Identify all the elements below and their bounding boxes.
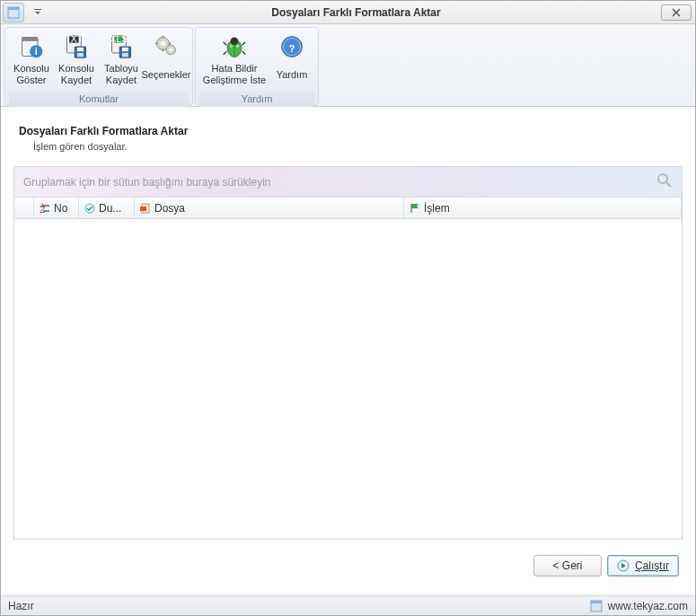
svg-point-22 (170, 48, 173, 52)
ribbon: i KonsoluGöster TXT KonsoluKaydet XLS Ta… (1, 24, 695, 107)
file-icon (140, 203, 151, 214)
chevron-down-icon (34, 9, 41, 16)
window-title: Dosyaları Farklı Formatlara Aktar (51, 6, 661, 19)
bug-icon (220, 32, 249, 61)
ribbon-group-help-items: Hata BildirGeliştirme İste ? Yardım (199, 30, 314, 89)
show-console-label: KonsoluGöster (13, 63, 49, 86)
back-button[interactable]: < Geri (533, 555, 602, 576)
file-grid: Gruplamak için bir sütun başlığını buray… (13, 166, 683, 540)
col-status-label: Du... (99, 202, 121, 215)
col-operation-label: İşlem (424, 202, 450, 215)
svg-text:?: ? (289, 43, 295, 54)
col-no[interactable]: 12 No (34, 198, 79, 218)
globe-icon (590, 600, 603, 612)
report-bug-button[interactable]: Hata BildirGeliştirme İste (199, 30, 269, 89)
title-bar: Dosyaları Farklı Formatlara Aktar (1, 1, 695, 24)
ribbon-group-help-label: Yardım (199, 91, 314, 107)
ribbon-group-commands: i KonsoluGöster TXT KonsoluKaydet XLS Ta… (4, 27, 193, 106)
options-label: Seçenekler (141, 63, 190, 86)
svg-text:2: 2 (40, 203, 46, 214)
svg-rect-12 (77, 53, 84, 57)
help-label: Yardım (277, 63, 308, 86)
status-bar: Hazır www.tekyaz.com (1, 595, 695, 615)
col-selector[interactable] (14, 198, 34, 218)
content-area: Dosyaları Farklı Formatlara Aktar İşlem … (1, 107, 695, 595)
status-text: Hazır (8, 600, 34, 612)
search-icon[interactable] (656, 172, 674, 190)
svg-rect-2 (34, 9, 41, 10)
app-menu-button[interactable] (3, 3, 24, 22)
group-placeholder: Gruplamak için bir sütun başlığını buray… (23, 176, 270, 189)
col-operation[interactable]: İşlem (404, 198, 682, 218)
status-link[interactable]: www.tekyaz.com (608, 600, 688, 612)
col-no-label: No (54, 202, 67, 215)
column-headers: 12 No Du... Dosya İşlem (14, 198, 682, 219)
ribbon-group-commands-items: i KonsoluGöster TXT KonsoluKaydet XLS Ta… (9, 30, 189, 89)
status-icon (84, 203, 95, 214)
run-button-label: Çalıştır (635, 559, 669, 572)
back-button-label: < Geri (552, 559, 582, 572)
gear-icon (152, 32, 181, 61)
svg-line-34 (224, 51, 227, 55)
wizard-title: Dosyaları Farklı Formatlara Aktar (19, 125, 681, 137)
save-console-button[interactable]: TXT KonsoluKaydet (54, 30, 99, 89)
svg-line-32 (224, 42, 227, 46)
wizard-header: Dosyaları Farklı Formatlara Aktar İşlem … (19, 125, 681, 152)
ribbon-group-help: Hata BildirGeliştirme İste ? Yardım Yard… (195, 27, 319, 106)
col-file-label: Dosya (154, 202, 185, 215)
col-status[interactable]: Du... (79, 198, 135, 218)
svg-rect-47 (140, 207, 146, 211)
console-info-icon: i (17, 32, 46, 61)
flag-icon (410, 203, 420, 214)
close-icon (672, 8, 681, 17)
svg-point-31 (236, 44, 240, 48)
svg-rect-11 (77, 48, 84, 51)
save-table-label: TabloyuKaydet (104, 63, 138, 86)
quick-access-dropdown[interactable] (24, 9, 51, 16)
save-console-label: KonsoluKaydet (58, 63, 94, 86)
close-button[interactable] (661, 4, 692, 21)
help-button[interactable]: ? Yardım (269, 30, 314, 89)
svg-point-39 (658, 174, 667, 183)
svg-rect-17 (122, 48, 128, 51)
svg-line-33 (242, 42, 246, 46)
grid-body (14, 219, 682, 539)
svg-line-35 (242, 51, 246, 55)
wizard-buttons: < Geri Çalıştır (12, 547, 684, 585)
svg-text:XLS: XLS (110, 34, 128, 44)
group-by-row[interactable]: Gruplamak için bir sütun başlığını buray… (14, 167, 682, 198)
svg-text:i: i (35, 46, 38, 57)
svg-rect-51 (591, 601, 602, 603)
svg-point-30 (230, 44, 233, 48)
svg-rect-1 (8, 7, 19, 10)
svg-rect-18 (122, 53, 128, 57)
ribbon-group-commands-label: Komutlar (9, 91, 189, 107)
show-console-button[interactable]: i KonsoluGöster (9, 30, 54, 89)
save-table-button[interactable]: XLS TabloyuKaydet (99, 30, 144, 89)
options-button[interactable]: Seçenekler (144, 30, 189, 89)
svg-text:TXT: TXT (65, 34, 83, 44)
report-bug-label: Hata BildirGeliştirme İste (203, 63, 266, 86)
svg-point-20 (161, 41, 165, 46)
list-numbered-icon: 12 (40, 203, 50, 214)
window-icon (7, 6, 20, 19)
col-file[interactable]: Dosya (135, 198, 404, 218)
svg-line-40 (666, 182, 671, 187)
wizard-subtitle: İşlem gören dosyalar. (33, 141, 681, 152)
help-icon: ? (278, 32, 306, 61)
run-button[interactable]: Çalıştır (607, 555, 679, 576)
xls-save-icon: XLS (107, 32, 136, 61)
svg-rect-4 (22, 38, 39, 41)
txt-save-icon: TXT (62, 32, 91, 61)
play-icon (617, 559, 630, 572)
